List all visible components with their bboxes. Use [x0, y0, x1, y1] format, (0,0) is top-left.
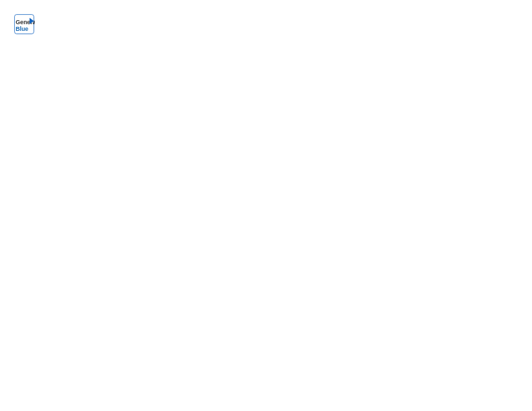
page-header: General Blue — [13, 13, 519, 35]
svg-text:Blue: Blue — [15, 26, 28, 32]
logo-icon: General Blue — [13, 13, 35, 35]
logo: General Blue — [13, 13, 38, 35]
